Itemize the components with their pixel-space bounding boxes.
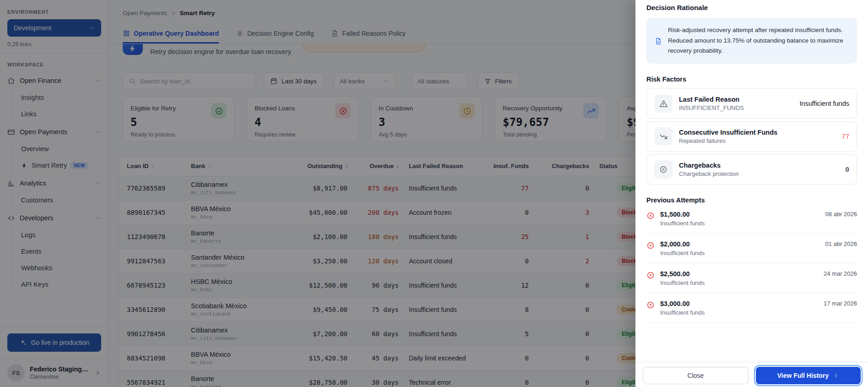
rationale-text: Risk-adjusted recovery attempt after rep… xyxy=(668,25,849,56)
chevron-right-icon xyxy=(833,372,839,379)
risk-text: Consecutive Insufficient FundsRepeated f… xyxy=(679,129,777,144)
previous-attempts-list: $1,500.00Insufficient funds08 abr 2026$2… xyxy=(646,204,857,323)
attempt-text: $1,500.00Insufficient funds xyxy=(660,211,705,227)
attempt-amount: $2,500.00 xyxy=(660,270,705,278)
panel-title: Decision Rationale xyxy=(646,4,857,11)
risk-subtitle: Chargeback protection xyxy=(679,170,739,177)
circle-x-icon xyxy=(646,241,655,250)
risk-subtitle: Repeated failures xyxy=(679,137,777,144)
panel-footer: Close View Full History xyxy=(635,362,868,387)
previous-attempts-title: Previous Attempts xyxy=(646,196,857,204)
attempt-amount: $3,000.00 xyxy=(660,300,705,307)
risk-value: Insufficient funds xyxy=(799,100,849,107)
risk-subtitle: INSUFFICIENT_FUNDS xyxy=(679,104,744,111)
risk-icon-box xyxy=(654,127,673,146)
view-full-history-label: View Full History xyxy=(777,372,829,379)
risk-factors-list: Last Failed ReasonINSUFFICIENT_FUNDSInsu… xyxy=(646,88,857,185)
attempt-text: $3,000.00Insufficient funds xyxy=(660,300,705,316)
risk-icon-box xyxy=(654,94,673,113)
circle-x-icon xyxy=(646,212,655,220)
risk-icon-box xyxy=(654,160,673,179)
decision-rationale-panel: Decision Rationale Risk-adjusted recover… xyxy=(635,0,868,387)
attempt-reason: Insufficient funds xyxy=(660,220,705,227)
risk-title: Last Failed Reason xyxy=(679,96,744,103)
attempt-reason: Insufficient funds xyxy=(660,250,705,256)
attempt-reason: Insufficient funds xyxy=(660,279,705,286)
attempt-reason: Insufficient funds xyxy=(660,309,705,316)
risk-title: Consecutive Insufficient Funds xyxy=(679,129,777,136)
risk-text: Last Failed ReasonINSUFFICIENT_FUNDS xyxy=(679,96,744,111)
trend-down-icon xyxy=(659,132,668,141)
modal-dim-overlay[interactable] xyxy=(0,0,635,387)
risk-value: 77 xyxy=(842,133,849,140)
attempt-row-0: $1,500.00Insufficient funds08 abr 2026 xyxy=(646,204,857,234)
attempt-date: 17 mar 2026 xyxy=(824,300,857,307)
attempt-row-2: $2,500.00Insufficient funds24 mar 2026 xyxy=(646,263,857,293)
attempt-row-1: $2,000.00Insufficient funds01 abr 2026 xyxy=(646,234,857,263)
warning-triangle-icon xyxy=(659,99,668,108)
attempt-amount: $1,500.00 xyxy=(660,211,705,218)
risk-title: Chargebacks xyxy=(679,162,739,169)
circle-x-icon xyxy=(646,301,655,309)
document-icon xyxy=(655,26,662,56)
circle-x-icon xyxy=(646,271,655,279)
attempt-date: 08 abr 2026 xyxy=(825,211,857,218)
close-button[interactable]: Close xyxy=(643,367,749,384)
attempt-text: $2,000.00Insufficient funds xyxy=(660,240,705,256)
attempt-text: $2,500.00Insufficient funds xyxy=(660,270,705,286)
circle-x-icon xyxy=(659,165,667,174)
risk-factor-0: Last Failed ReasonINSUFFICIENT_FUNDSInsu… xyxy=(646,88,857,119)
attempt-date: 24 mar 2026 xyxy=(824,270,857,277)
view-full-history-button[interactable]: View Full History xyxy=(756,367,861,384)
risk-factor-2: ChargebacksChargeback protection0 xyxy=(646,154,857,185)
risk-factor-1: Consecutive Insufficient FundsRepeated f… xyxy=(646,121,857,152)
risk-value: 0 xyxy=(845,166,849,173)
attempt-date: 01 abr 2026 xyxy=(825,240,857,247)
rationale-callout: Risk-adjusted recovery attempt after rep… xyxy=(646,18,857,64)
risk-text: ChargebacksChargeback protection xyxy=(679,162,739,177)
attempt-amount: $2,000.00 xyxy=(660,240,705,248)
risk-factors-title: Risk Factors xyxy=(646,76,857,83)
attempt-row-3: $3,000.00Insufficient funds17 mar 2026 xyxy=(646,293,857,323)
